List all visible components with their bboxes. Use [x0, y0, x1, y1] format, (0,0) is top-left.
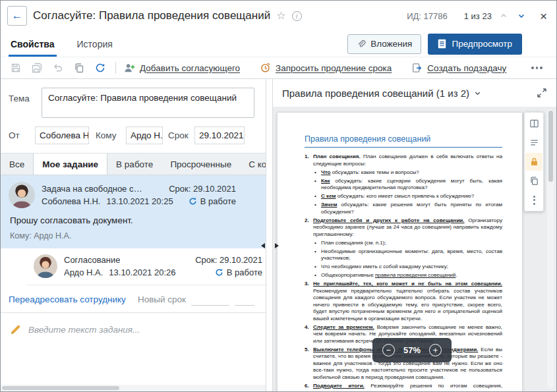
undo-icon[interactable] [49, 60, 67, 76]
collapse-left-icon[interactable] [261, 243, 265, 248]
task-card[interactable]: Задача на свободное согласование Срок: 2… [1, 175, 266, 248]
zoom-in-button[interactable]: + [429, 344, 442, 356]
lock-icon[interactable] [525, 153, 542, 171]
filter-overdue[interactable]: Просроченные [161, 154, 240, 175]
doc-list-item: 1.План совещания. План совещания должен … [305, 154, 502, 167]
document-selector-chevron-icon[interactable] [474, 90, 481, 97]
task-datetime: 13.10.2021 20:25 [106, 196, 173, 206]
filter-all[interactable]: Все [1, 154, 33, 175]
subtask-card-titles: Согласование Срок: 29.10.2021 Ардо Н.А. … [64, 254, 262, 278]
preview-side-toolbar [524, 112, 544, 211]
toolbar: Добавить согласующего Запросить продлени… [1, 57, 556, 79]
zoom-level: 57% [403, 345, 421, 355]
to-field[interactable]: Ардо Н.А. [126, 126, 163, 144]
next-item-chevron-icon[interactable] [515, 10, 527, 22]
copy-icon[interactable] [71, 60, 88, 76]
doc-list-item: 3.Не приглашайте, тех, кого может и не б… [305, 281, 502, 322]
task-form-panel: Тема Согласуйте: Правила проведения сове… [1, 79, 266, 391]
prev-item-chevron-icon[interactable] [498, 10, 510, 22]
close-icon[interactable]: × [540, 10, 547, 22]
application-window: ← Согласуйте: Правила проведения совещан… [0, 0, 557, 392]
avatar [34, 254, 57, 278]
expand-preview-icon[interactable] [537, 88, 547, 98]
request-deadline-extension-button[interactable]: Запросить продление срока [260, 63, 392, 73]
record-id: ИД: 17786 [407, 11, 448, 21]
document-icon [438, 39, 446, 49]
task-type: Согласование [64, 255, 120, 265]
horizontal-scrollbar-thumb[interactable] [2, 386, 119, 390]
refresh-icon[interactable] [92, 60, 109, 76]
task-text-input-row [1, 313, 266, 347]
task-body-text: Прошу согласовать документ. [10, 215, 235, 225]
doc-list-item: •План совещания (см. п.1); [305, 240, 502, 247]
subject-label: Тема [9, 88, 35, 118]
doc-list-item: 6.Подводите итоги. Резюмируйте решения п… [305, 383, 502, 391]
document-preview-panel: Правила проведения совещаний (1 из 2) Пр… [273, 79, 556, 391]
reading-view-icon[interactable] [525, 115, 542, 132]
subject-input[interactable]: Согласуйте: Правила проведения совещаний [42, 88, 254, 118]
tab-properties[interactable]: Свойства [9, 31, 57, 57]
info-icon[interactable]: i [292, 11, 302, 21]
copy-page-icon[interactable] [525, 172, 542, 190]
save-icon[interactable] [7, 60, 24, 76]
doc-list-item: •С кем обсуждать: кого имеет смысл привл… [305, 193, 502, 200]
attachments-button[interactable]: Вложения [347, 34, 421, 54]
task-footer: Переадресовать сотруднику Новый срок [1, 285, 266, 312]
filter-in-progress[interactable]: В работе [107, 154, 161, 175]
doc-list-item: •Общекорпоративные правила проведения со… [305, 272, 502, 279]
zoom-out-button[interactable]: − [382, 344, 395, 356]
doc-list-item: •Что обсуждать: какие темы и вопросы? [305, 169, 502, 177]
subject-row: Тема Согласуйте: Правила проведения сове… [1, 79, 266, 122]
preview-more-button[interactable] [525, 191, 542, 209]
create-subtask-button[interactable]: Создать подзадачу [411, 63, 506, 73]
subtask-card[interactable]: Согласование Срок: 29.10.2021 Ардо Н.А. … [27, 248, 266, 285]
preview-header: Правила проведения совещаний (1 из 2) [273, 79, 556, 107]
preview-scrollbar-thumb[interactable] [548, 111, 553, 182]
avatar [9, 182, 35, 208]
zoom-control: − 57% + [372, 338, 452, 362]
to-label: Кому [96, 130, 126, 140]
tab-history[interactable]: История [75, 31, 115, 57]
tabbar: Свойства История Вложения Предпросмотр [1, 31, 556, 57]
subtask-icon [411, 63, 423, 73]
task-author: Ардо Н.А. [64, 267, 103, 277]
forward-to-employee-link[interactable]: Переадресовать сотруднику [9, 294, 126, 304]
panel-splitter[interactable] [266, 79, 273, 391]
add-approver-button[interactable]: Добавить согласующего [124, 63, 240, 73]
doc-list-item: 2.Подготовьте себя и других к работе на … [305, 217, 502, 238]
clock-icon [260, 63, 271, 73]
preview-scrollbar[interactable] [547, 109, 554, 389]
deadline-field[interactable]: 29.10.2021 [194, 126, 245, 144]
new-deadline-date-field[interactable] [191, 293, 229, 306]
in-progress-icon [189, 197, 197, 206]
task-card-titles: Задача на свободное согласование Срок: 2… [42, 182, 236, 208]
doc-list-item: •Необходимые организационные моменты: да… [305, 248, 502, 262]
filter-with-comments[interactable]: С ком [240, 154, 266, 175]
task-deadline: Срок: 29.10.2021 [195, 255, 262, 265]
preview-button[interactable]: Предпросмотр [428, 34, 522, 55]
task-recipient: Кому: Ардо Н.А. [10, 231, 235, 240]
save-all-icon[interactable] [28, 60, 45, 76]
back-button[interactable]: ← [7, 6, 27, 26]
favorite-star-icon[interactable]: ☆ [276, 11, 285, 21]
task-type: Задача на свободное согласование [42, 184, 146, 194]
deadline-label: Срок [168, 130, 194, 140]
fields-row: От Соболева Н.Н. Кому Ардо Н.А. Срок 29.… [1, 122, 266, 153]
horizontal-scrollbar[interactable] [1, 385, 266, 391]
more-actions-button[interactable] [529, 63, 545, 73]
task-deadline: Срок: 29.10.2021 [169, 184, 236, 194]
titlebar: ← Согласуйте: Правила проведения совещан… [1, 1, 556, 31]
filter-my-task[interactable]: Мое задание [33, 154, 107, 175]
preview-area: Правила проведения совещаний 1.План сове… [273, 107, 556, 391]
from-field[interactable]: Соболева Н.Н. [35, 126, 89, 144]
task-status: В работе [189, 196, 236, 206]
new-deadline-label: Новый срок [138, 294, 186, 304]
pager-counter: 1 из 23 [464, 11, 492, 21]
toolbar-separator [115, 62, 116, 74]
content-area: Тема Согласуйте: Правила проведения сове… [1, 79, 556, 391]
new-deadline-time-field[interactable] [235, 293, 254, 306]
splitter-handle[interactable] [261, 241, 279, 250]
annotations-icon[interactable] [525, 134, 542, 152]
collapse-right-icon[interactable] [275, 243, 279, 248]
task-text-input[interactable] [28, 325, 256, 335]
